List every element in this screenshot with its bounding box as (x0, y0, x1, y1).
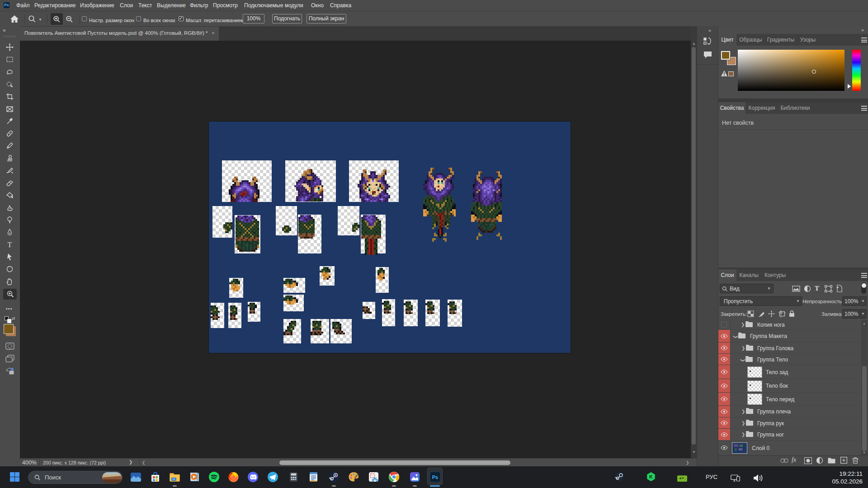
svg-text:K: K (649, 474, 653, 479)
svg-text:Ps: Ps (432, 474, 438, 480)
svg-text:T: T (8, 241, 12, 249)
